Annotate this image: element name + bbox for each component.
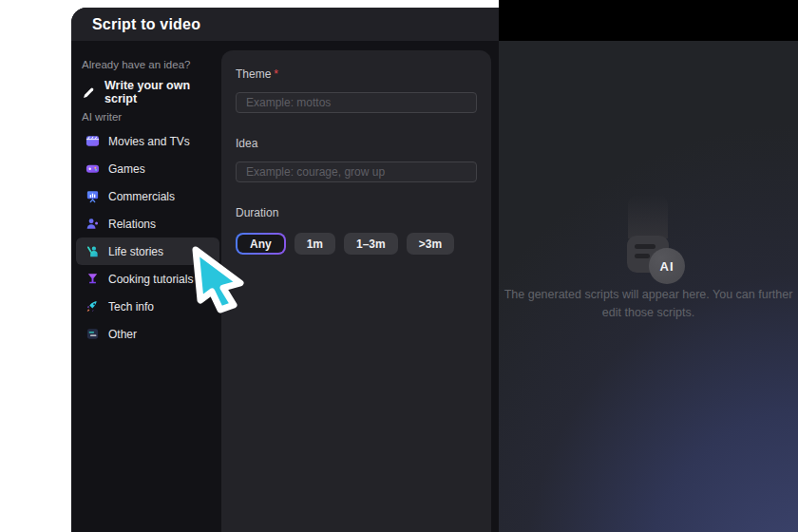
ai-writer-category-list: Movies and TVs Games Commercials xyxy=(76,127,219,348)
waving-person-icon xyxy=(86,244,100,258)
right-top-bar xyxy=(499,0,798,41)
duration-options: Any 1m 1–3m >3m xyxy=(236,233,477,255)
sidebar-section-idea-label: Already have an idea? xyxy=(82,59,190,70)
rocket-icon xyxy=(86,299,100,314)
sidebar-item-label: Commercials xyxy=(108,190,175,203)
empty-state-caption: The generated scripts will appear here. … xyxy=(499,286,798,323)
sidebar-item-cooking-tutorials[interactable]: Cooking tutorials xyxy=(76,265,219,293)
idea-input[interactable] xyxy=(236,162,477,182)
sidebar-item-label: Tech info xyxy=(108,300,154,314)
sidebar-item-tech-info[interactable]: Tech info xyxy=(76,293,219,320)
window-header: Script to video xyxy=(71,8,499,41)
person-icon xyxy=(86,217,100,231)
duration-option-any[interactable]: Any xyxy=(236,233,286,255)
sidebar-item-games[interactable]: Games xyxy=(76,155,219,182)
script-text-line xyxy=(635,254,650,258)
duration-option-1m[interactable]: 1m xyxy=(294,233,335,255)
duration-option-1-3m[interactable]: 1–3m xyxy=(344,233,398,255)
sidebar-item-movies-and-tvs[interactable]: Movies and TVs xyxy=(76,127,219,155)
presentation-icon xyxy=(86,189,100,203)
ai-badge-label: AI xyxy=(660,259,674,274)
gamepad-icon xyxy=(86,162,100,176)
clapperboard-icon xyxy=(86,134,100,148)
sidebar-section-ai-writer-label: AI writer xyxy=(82,111,122,123)
sidebar-item-label: Relations xyxy=(108,218,156,231)
script-text-line xyxy=(635,244,656,249)
list-icon xyxy=(86,327,100,341)
script-icon-glow xyxy=(628,195,668,238)
generated-scripts-panel: AI The generated scripts will appear her… xyxy=(499,41,798,532)
sidebar-item-other[interactable]: Other xyxy=(76,320,219,348)
sidebar-item-label: Cooking tutorials xyxy=(108,273,193,286)
sidebar-item-commercials[interactable]: Commercials xyxy=(76,182,219,210)
page-title: Script to video xyxy=(92,16,200,33)
sidebar-item-write-own-script[interactable]: Write your own script xyxy=(82,82,220,103)
cocktail-icon xyxy=(86,272,100,286)
sidebar-item-label: Games xyxy=(108,162,145,176)
sidebar-item-label: Write your own script xyxy=(104,79,220,105)
ai-badge-icon: AI xyxy=(649,248,685,284)
theme-label: Theme* xyxy=(236,67,477,81)
idea-label: Idea xyxy=(236,137,477,150)
theme-input[interactable] xyxy=(236,92,477,113)
sidebar-item-label: Other xyxy=(108,328,137,341)
script-settings-panel: Theme* Idea Duration Any 1m 1–3m >3m xyxy=(221,50,491,532)
required-asterisk: * xyxy=(274,67,278,81)
sidebar-item-label: Life stories xyxy=(108,245,163,258)
duration-label: Duration xyxy=(236,206,477,219)
duration-option-over-3m[interactable]: >3m xyxy=(407,233,454,255)
sidebar-item-life-stories[interactable]: Life stories xyxy=(76,238,219,265)
sidebar-item-relations[interactable]: Relations xyxy=(76,210,219,238)
sidebar-item-label: Movies and TVs xyxy=(108,135,190,148)
pencil-icon xyxy=(82,86,96,100)
